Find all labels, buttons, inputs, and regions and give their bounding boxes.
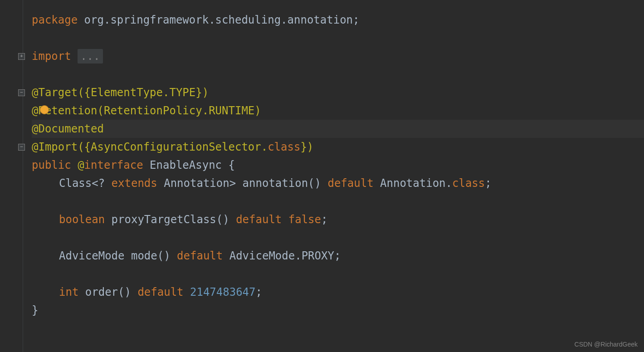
code-line: Class<? extends Annotation> annotation()… [32,174,644,192]
annotation: @Documented [32,122,104,135]
number-literal: 2147483647 [190,286,256,298]
fold-collapse-icon[interactable]: − [18,89,25,96]
code-line: boolean proxyTargetClass() default false… [32,210,644,229]
keyword: package [32,14,78,26]
annotation: }) [300,141,313,153]
keyword: extends [112,177,157,190]
code-line: } [32,301,644,319]
code-line: @Target({ElementType.TYPE}) [32,83,644,102]
keyword: class [452,177,485,190]
code-text: AdviceMode.PROXY; [223,249,341,262]
code-text [282,213,288,226]
watermark-text: CSDN @RichardGeek [575,340,638,348]
keyword: default [177,249,223,262]
code-text: order() [78,286,137,298]
code-text: ; [321,213,327,226]
keyword: public [32,159,71,171]
code-editor[interactable]: package org.springframework.scheduling.a… [25,0,644,352]
keyword: interface [84,159,143,171]
keyword: false [288,213,321,226]
folded-region[interactable]: ... [78,49,102,64]
code-line: AdviceMode mode() default AdviceMode.PRO… [32,247,644,265]
code-line-current: @Documented [32,120,644,138]
annotation: @Import({AsyncConfigurationSelector. [32,141,268,153]
code-text: AdviceMode mode() [59,249,177,262]
code-line: package org.springframework.scheduling.a… [32,11,644,29]
spacer [71,50,78,63]
editor-gutter: + − − [0,0,25,352]
fold-expand-icon[interactable]: + [18,53,25,60]
code-text: Class<? [59,177,112,190]
code-text: EnableAsync { [143,159,235,171]
code-line: int order() default 2147483647; [32,283,644,301]
code-text: } [32,304,38,317]
annotation: @Retention(RetentionPolicy.RUNTIME) [32,104,261,117]
code-text [184,286,190,298]
code-text: ; [485,177,491,190]
code-line: public @interface EnableAsync { [32,156,644,174]
code-text: Annotation> annotation() [157,177,328,190]
annotation: @ [71,159,84,171]
code-text: ; [256,286,262,298]
breakpoint-icon[interactable] [40,105,49,114]
code-text: proxyTargetClass() [105,213,236,226]
keyword: default [236,213,282,226]
code-line: @Import({AsyncConfigurationSelector.clas… [32,138,644,156]
keyword: int [59,286,78,298]
keyword: class [268,141,300,153]
annotation: @Target({ElementType.TYPE}) [32,86,209,99]
code-text: Annotation. [374,177,452,190]
fold-collapse-icon[interactable]: − [18,144,25,151]
code-text: org.springframework.scheduling.annotatio… [78,14,359,26]
keyword: default [327,177,373,190]
code-line: import ... [32,47,644,65]
keyword: default [137,286,183,298]
keyword: boolean [59,213,105,226]
code-line: @Retention(RetentionPolicy.RUNTIME) [32,102,644,120]
keyword: import [32,50,71,63]
